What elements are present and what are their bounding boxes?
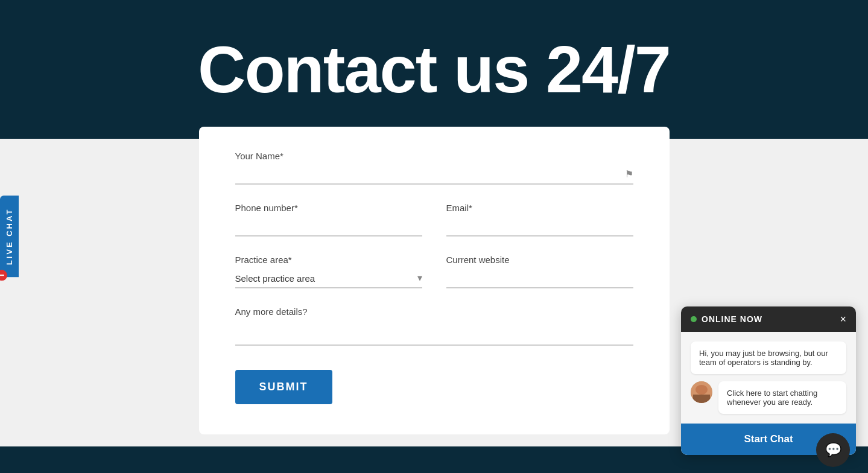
- chat-agent-row: Click here to start chatting whenever yo…: [691, 381, 846, 414]
- hero-title: Contact us 24/7: [0, 36, 868, 103]
- chat-header-left: ONLINE NOW: [691, 314, 762, 324]
- email-field: Email*: [446, 203, 633, 237]
- phone-input[interactable]: [235, 218, 422, 237]
- website-label: Current website: [446, 255, 633, 265]
- email-label: Email*: [446, 203, 633, 213]
- chat-message-1: Hi, you may just be browsing, but our te…: [691, 341, 846, 374]
- website-field: Current website: [446, 255, 633, 288]
- live-chat-label: LIVE CHAT: [5, 208, 14, 265]
- name-label: Your Name*: [235, 151, 633, 161]
- chat-popup: ONLINE NOW × Hi, you may just be browsin…: [681, 306, 856, 455]
- name-icon: ⚑: [625, 168, 633, 180]
- practice-website-row: Practice area* Select practice area Pers…: [235, 255, 633, 288]
- chat-header: ONLINE NOW ×: [681, 306, 856, 332]
- live-chat-tab[interactable]: LIVE CHAT: [0, 196, 19, 278]
- name-field: Your Name* ⚑: [235, 151, 633, 185]
- practice-field: Practice area* Select practice area Pers…: [235, 255, 422, 288]
- website-input[interactable]: [446, 270, 633, 288]
- agent-avatar: [691, 381, 712, 403]
- chat-bubble-icon: 💬: [825, 442, 841, 458]
- practice-select[interactable]: Select practice area Personal Injury Fam…: [235, 270, 422, 288]
- details-label: Any more details?: [235, 306, 633, 317]
- practice-select-wrapper: Select practice area Personal Injury Fam…: [235, 270, 422, 288]
- practice-label: Practice area*: [235, 255, 422, 265]
- live-chat-tab-inner[interactable]: LIVE CHAT: [0, 196, 19, 278]
- details-row: Any more details?: [235, 306, 633, 346]
- email-input[interactable]: [446, 218, 633, 237]
- contact-form-card: Your Name* ⚑ Phone number* Email* Practi…: [199, 127, 670, 434]
- name-input[interactable]: [235, 166, 633, 185]
- chat-message-2: Click here to start chatting whenever yo…: [718, 381, 846, 414]
- chat-body: Hi, you may just be browsing, but our te…: [681, 332, 856, 424]
- chat-icon-bubble[interactable]: 💬: [816, 433, 850, 467]
- online-indicator: [691, 316, 697, 322]
- phone-label: Phone number*: [235, 203, 422, 213]
- chat-status: ONLINE NOW: [702, 314, 762, 324]
- details-input[interactable]: [235, 322, 633, 346]
- phone-email-row: Phone number* Email*: [235, 203, 633, 237]
- agent-avatar-face: [691, 381, 712, 403]
- name-row: Your Name* ⚑: [235, 151, 633, 185]
- phone-field: Phone number*: [235, 203, 422, 237]
- submit-button[interactable]: SUBMIT: [235, 370, 332, 404]
- details-field: Any more details?: [235, 306, 633, 346]
- chat-close-button[interactable]: ×: [840, 314, 846, 325]
